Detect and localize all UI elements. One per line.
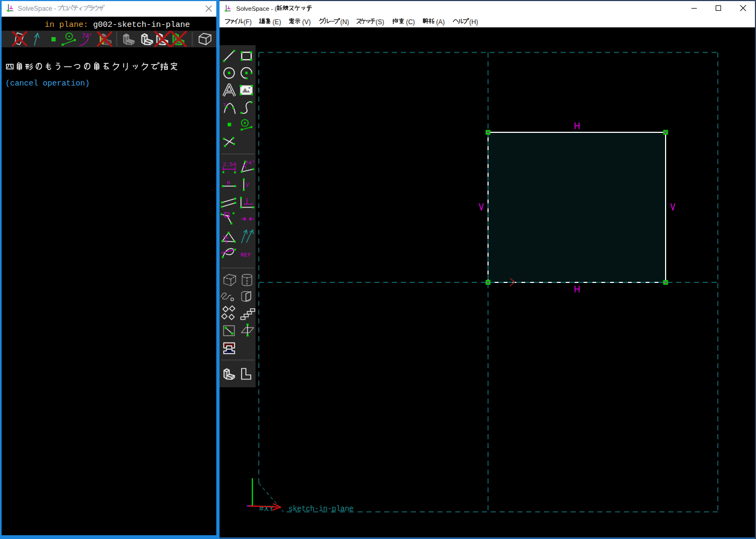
- svg-text:g002-sketch-in-plane: g002-sketch-in-plane: [93, 20, 190, 30]
- svg-text:REF: REF: [241, 252, 251, 258]
- svg-text:V: V: [246, 182, 249, 188]
- svg-text:): ): [307, 5, 309, 12]
- svg-text:in plane:: in plane:: [45, 20, 88, 30]
- svg-text:74°: 74°: [245, 160, 255, 166]
- svg-text:(N): (N): [340, 18, 349, 26]
- svg-text:(A): (A): [436, 18, 444, 26]
- svg-text:SolveSpace -: SolveSpace -: [18, 5, 56, 12]
- svg-text:(C): (C): [406, 18, 415, 26]
- svg-text:H: H: [227, 180, 230, 186]
- svg-text:sketch-in-plane: sketch-in-plane: [288, 505, 354, 513]
- svg-text:(F): (F): [243, 18, 251, 26]
- svg-text:(H): (H): [469, 18, 478, 26]
- svg-text:(cancel operation): (cancel operation): [5, 79, 90, 88]
- svg-text:(S): (S): [376, 18, 384, 26]
- svg-text:SolveSpace - (: SolveSpace - (: [236, 5, 277, 12]
- svg-text:(V): (V): [302, 18, 310, 26]
- svg-text:(E): (E): [272, 18, 281, 26]
- svg-text:74°: 74°: [82, 32, 91, 40]
- svg-text:#XY: #XY: [259, 505, 274, 513]
- svg-text:2.54: 2.54: [223, 161, 236, 168]
